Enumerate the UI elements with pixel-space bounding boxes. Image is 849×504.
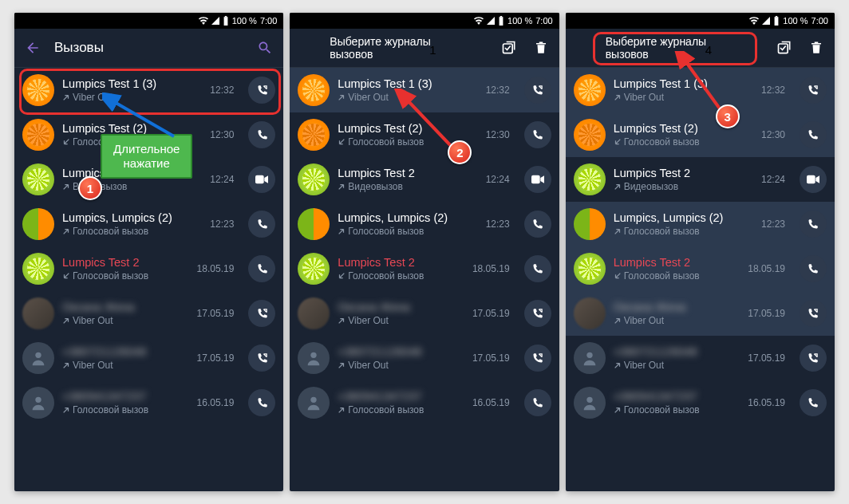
- call-button[interactable]: [800, 121, 827, 148]
- select-all-button[interactable]: [499, 37, 519, 58]
- call-row[interactable]: +380941347237Голосовой вызов16.05.19: [290, 380, 559, 425]
- row-time: 12:24: [210, 174, 234, 185]
- call-button[interactable]: [524, 77, 551, 104]
- call-button[interactable]: [524, 389, 551, 416]
- avatar: [574, 163, 606, 195]
- call-button[interactable]: [800, 389, 827, 416]
- call-row[interactable]: Lumpics Test 2Голосовой вызов18.05.19: [566, 246, 835, 291]
- call-row[interactable]: Lumpics Test 2Видеовызов12:24: [566, 157, 835, 202]
- row-subtitle: Viber Out: [338, 92, 477, 103]
- row-text: Lumpics Test (2)Голосовой вызов: [62, 122, 202, 148]
- call-button[interactable]: [800, 255, 827, 282]
- call-row[interactable]: Lumpics Test (2)Голосовой вызов12:30: [566, 112, 835, 157]
- call-button[interactable]: [524, 166, 551, 193]
- call-row[interactable]: Lumpics Test 2Голосовой вызов18.05.19: [290, 246, 559, 291]
- status-bar: 100 % 7:00: [566, 13, 835, 29]
- call-row[interactable]: Lumpics, Lumpics (2)Голосовой вызов12:23: [290, 202, 559, 246]
- call-button[interactable]: [248, 121, 275, 148]
- call-row[interactable]: Lumpics Test (2)Голосовой вызов12:30: [14, 112, 283, 157]
- call-row[interactable]: Lumpics, Lumpics (2)Голосовой вызов12:23: [566, 202, 835, 246]
- phone-screen-1: 100 % 7:00 Вызовы Lumpics Test 1 (3)Vibe…: [14, 13, 283, 491]
- call-row[interactable]: Lumpics Test 2Голосовой вызов18.05.19: [14, 246, 283, 291]
- row-subtitle: Viber Out: [614, 92, 753, 103]
- call-button[interactable]: [524, 211, 551, 238]
- row-time: 17.05.19: [748, 352, 785, 364]
- call-button[interactable]: [248, 255, 275, 282]
- call-row[interactable]: +380721126048Viber Out17.05.19: [566, 336, 835, 380]
- call-row[interactable]: Lumpics Test 1 (3)Viber Out12:32: [14, 68, 283, 112]
- call-button[interactable]: [248, 211, 275, 238]
- call-row[interactable]: Lumpics Test 1 (3)Viber Out12:32: [290, 68, 559, 112]
- call-row[interactable]: +380941347237Голосовой вызов16.05.19: [566, 380, 835, 425]
- trash-icon: [534, 40, 548, 56]
- svg-rect-16: [807, 175, 815, 184]
- row-time: 17.05.19: [472, 352, 510, 364]
- appbar-title-line2: вызовов: [330, 48, 469, 61]
- call-button[interactable]: [524, 121, 551, 148]
- svg-point-4: [35, 397, 41, 403]
- row-time: 17.05.19: [472, 308, 510, 319]
- row-title: +380941347237: [338, 390, 464, 403]
- call-row[interactable]: Lumpics Test 2Видеовызов12:24: [290, 157, 559, 202]
- call-row[interactable]: Оксана ЖенаViber Out17.05.19: [14, 291, 283, 336]
- call-button[interactable]: [248, 77, 275, 104]
- avatar: [574, 208, 606, 240]
- row-time: 18.05.19: [748, 263, 785, 274]
- search-button[interactable]: [255, 37, 275, 58]
- row-text: Lumpics Test 2Видеовызов: [614, 167, 753, 192]
- row-time: 17.05.19: [197, 308, 235, 319]
- row-time: 12:30: [761, 129, 785, 140]
- row-title: +380941347237: [614, 390, 740, 403]
- call-row[interactable]: +380941347237Голосовой вызов16.05.19: [14, 380, 283, 425]
- row-subtitle: Голосовой вызов: [62, 270, 189, 282]
- call-button[interactable]: [248, 389, 275, 416]
- call-row[interactable]: Lumpics Test 1 (3)Viber Out12:32: [566, 68, 835, 112]
- row-title: Lumpics Test 2: [614, 167, 753, 179]
- battery-icon: [498, 16, 504, 26]
- call-button[interactable]: [524, 300, 551, 327]
- call-row[interactable]: Оксана ЖенаViber Out17.05.19: [566, 291, 835, 336]
- status-bar: 100 % 7:00: [290, 13, 559, 29]
- call-button[interactable]: [524, 345, 551, 372]
- call-button[interactable]: [800, 300, 827, 327]
- call-button[interactable]: [800, 77, 827, 104]
- app-bar: Выберите журналы вызовов 1: [290, 29, 559, 68]
- delete-button[interactable]: [531, 37, 551, 58]
- avatar: [22, 387, 54, 419]
- call-button[interactable]: [800, 211, 827, 238]
- row-text: Оксана ЖенаViber Out: [62, 301, 189, 326]
- appbar-title-line1: Выберите журналы: [330, 35, 469, 48]
- delete-button[interactable]: [806, 37, 827, 58]
- call-row[interactable]: +380721126048Viber Out17.05.19: [290, 336, 559, 380]
- call-row[interactable]: Lumpics Test 2Видеовызов12:24: [14, 157, 283, 202]
- svg-rect-6: [500, 17, 503, 26]
- row-time: 18.05.19: [197, 263, 235, 274]
- avatar: [22, 297, 54, 329]
- row-title: +380941347237: [62, 390, 189, 403]
- avatar: [298, 342, 330, 374]
- call-row[interactable]: Lumpics, Lumpics (2)Голосовой вызов12:23: [14, 202, 283, 246]
- avatar: [298, 119, 330, 151]
- call-row[interactable]: Lumpics Test (2)Голосовой вызов12:30: [290, 112, 559, 157]
- svg-rect-9: [531, 175, 540, 184]
- back-button[interactable]: [22, 37, 43, 58]
- call-row[interactable]: +380721126048Viber Out17.05.19: [14, 336, 283, 380]
- call-button[interactable]: [248, 345, 275, 372]
- battery-icon: [223, 16, 229, 26]
- avatar: [298, 297, 330, 329]
- row-subtitle: Голосовой вызов: [62, 226, 202, 237]
- phone-screen-2: 100 % 7:00 Выберите журналы вызовов 1 Lu…: [290, 13, 559, 491]
- wifi-icon: [199, 17, 208, 25]
- call-row[interactable]: Оксана ЖенаViber Out17.05.19: [290, 291, 559, 336]
- call-button[interactable]: [248, 166, 275, 193]
- row-time: 12:32: [486, 85, 510, 96]
- avatar: [22, 342, 54, 374]
- row-text: +380721126048Viber Out: [614, 345, 740, 371]
- call-button[interactable]: [800, 166, 827, 193]
- call-button[interactable]: [524, 255, 551, 282]
- select-all-button[interactable]: [774, 37, 795, 58]
- call-button[interactable]: [248, 300, 275, 327]
- row-time: 12:30: [210, 129, 234, 140]
- call-button[interactable]: [800, 345, 827, 372]
- row-text: +380941347237Голосовой вызов: [62, 390, 189, 415]
